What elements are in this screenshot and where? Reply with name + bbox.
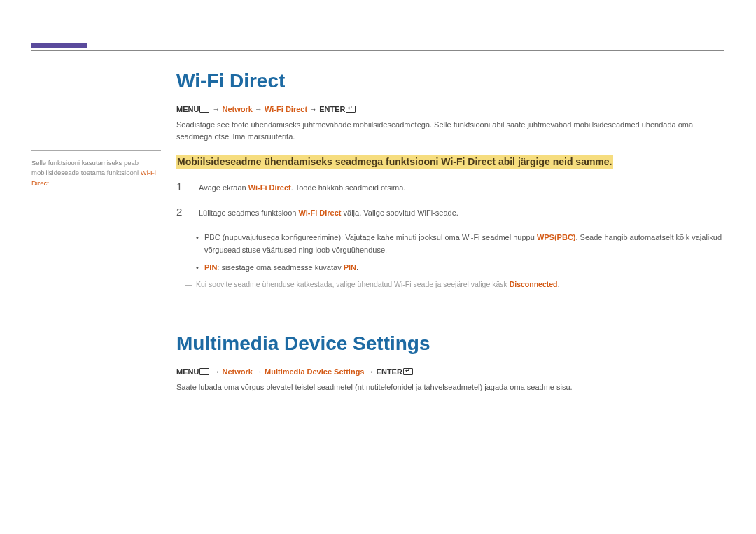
bullet-pin-mid: : sisestage oma seadmesse kuvatav bbox=[217, 263, 343, 272]
header-rule bbox=[31, 50, 724, 51]
page-root: Selle funktsiooni kasutamiseks peab mobi… bbox=[0, 0, 756, 423]
header-tab-mark bbox=[31, 43, 88, 48]
sidebar-note-suffix: . bbox=[49, 179, 51, 187]
sidebar-note: Selle funktsiooni kasutamiseks peab mobi… bbox=[31, 158, 161, 188]
step-2-number: 2 bbox=[176, 206, 185, 218]
step-2-pre: Lülitage seadmes funktsioon bbox=[199, 209, 298, 217]
enter-label: ENTER bbox=[319, 105, 345, 113]
sidebar-note-prefix: Selle funktsiooni kasutamiseks peab mobi… bbox=[31, 159, 141, 176]
menu-label: MENU bbox=[176, 105, 199, 113]
disconnect-hl: Disconnected bbox=[510, 280, 558, 288]
sidebar-rule bbox=[31, 150, 161, 151]
step-1: 1 Avage ekraan Wi-Fi Direct. Toode hakka… bbox=[176, 181, 724, 195]
intro-paragraph: Seadistage see toote ühendamiseks juhtme… bbox=[176, 119, 724, 143]
step-1-post: . Toode hakkab seadmeid otsima. bbox=[291, 183, 406, 192]
main-content: Wi-Fi Direct MENU → Network → Wi-Fi Dire… bbox=[176, 70, 724, 402]
bullet-pin: PIN: sisestage oma seadmesse kuvatav PIN… bbox=[196, 261, 724, 274]
highlight-instruction: Mobiilsideseadme ühendamiseks seadmega f… bbox=[176, 155, 613, 169]
enter-icon bbox=[346, 106, 356, 113]
heading-wifi-direct: Wi-Fi Direct bbox=[176, 70, 724, 92]
menu-label-2: MENU bbox=[176, 367, 199, 376]
path-multimedia: Multimedia Device Settings bbox=[265, 367, 364, 376]
sidebar: Selle funktsiooni kasutamiseks peab mobi… bbox=[31, 70, 161, 402]
intro-paragraph-2: Saate lubada oma võrgus olevatel teistel… bbox=[176, 381, 724, 393]
menu-path-wifi: MENU → Network → Wi-Fi Direct → ENTER bbox=[176, 105, 724, 113]
disconnect-post: . bbox=[558, 280, 560, 288]
step-2-post: välja. Valige soovitud WiFi-seade. bbox=[342, 209, 458, 217]
menu-icon bbox=[200, 106, 209, 113]
bullet-pbc: PBC (nupuvajutusega konfigureerimine): V… bbox=[196, 231, 724, 257]
disconnect-note: Kui soovite seadme ühenduse katkestada, … bbox=[176, 279, 724, 290]
bullet-pbc-hl: WPS(PBC) bbox=[537, 233, 576, 241]
bullet-pbc-pre: PBC (nupuvajutusega konfigureerimine): V… bbox=[204, 233, 537, 241]
highlight-wrapper: Mobiilsideseadme ühendamiseks seadmega f… bbox=[176, 154, 724, 169]
step-2: 2 Lülitage seadmes funktsioon Wi-Fi Dire… bbox=[176, 206, 724, 220]
steps-list: 1 Avage ekraan Wi-Fi Direct. Toode hakka… bbox=[176, 181, 724, 219]
menu-path-multimedia: MENU → Network → Multimedia Device Setti… bbox=[176, 367, 724, 376]
heading-multimedia: Multimedia Device Settings bbox=[176, 332, 724, 355]
enter-icon-2 bbox=[403, 368, 413, 375]
disconnect-pre: Kui soovite seadme ühenduse katkestada, … bbox=[196, 280, 510, 288]
path-wifi-direct: Wi-Fi Direct bbox=[265, 105, 307, 113]
step-2-hl: Wi-Fi Direct bbox=[298, 209, 341, 217]
content-layout: Selle funktsiooni kasutamiseks peab mobi… bbox=[31, 70, 724, 402]
menu-icon-2 bbox=[200, 368, 209, 375]
step-2-text: Lülitage seadmes funktsioon Wi-Fi Direct… bbox=[199, 207, 458, 220]
path-network: Network bbox=[223, 105, 253, 113]
bullet-pin-post: . bbox=[356, 263, 358, 272]
step-1-pre: Avage ekraan bbox=[199, 183, 248, 192]
bullet-pin-hl1: PIN bbox=[204, 263, 217, 272]
step-1-hl: Wi-Fi Direct bbox=[248, 183, 291, 192]
enter-label-2: ENTER bbox=[377, 367, 402, 376]
step-1-text: Avage ekraan Wi-Fi Direct. Toode hakkab … bbox=[199, 182, 405, 195]
path-network-2: Network bbox=[223, 367, 253, 376]
step-1-number: 1 bbox=[176, 181, 185, 192]
bullet-list: PBC (nupuvajutusega konfigureerimine): V… bbox=[176, 231, 724, 274]
bullet-pin-hl2: PIN bbox=[344, 263, 356, 272]
